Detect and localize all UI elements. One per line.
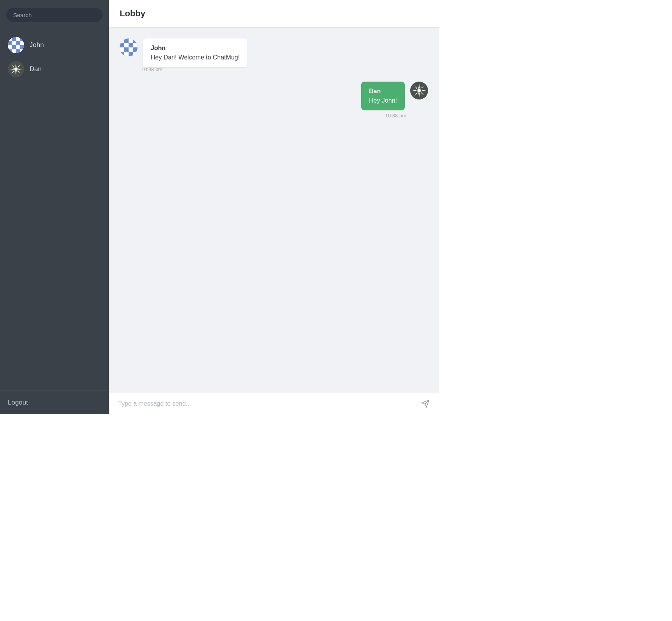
svg-rect-9 [20,49,24,54]
search-container [0,0,109,30]
john-avatar-icon [8,37,24,53]
dan-msg-text: Hey John! [369,97,397,104]
dan-avatar-icon [8,61,24,77]
message-john: John Hey Dan! Welcome to ChatMug! 10:38 … [120,38,428,72]
svg-rect-4 [12,41,16,45]
dan-name: Dan [30,65,42,73]
message-dan: Dan Hey John! [120,82,428,119]
dan-msg-time: 10:38 pm [385,113,406,119]
john-msg-sender: John [151,45,240,52]
svg-point-41 [418,89,421,92]
messages-area: John Hey Dan! Welcome to ChatMug! 10:38 … [109,28,439,393]
chat-avatar-john [120,38,138,56]
svg-rect-28 [129,47,133,52]
john-msg-text: Hey Dan! Welcome to ChatMug! [151,54,240,61]
svg-point-20 [14,68,17,71]
dan-msg-sender: Dan [369,88,397,95]
svg-rect-8 [12,49,16,54]
logout-button[interactable]: Logout [8,399,28,406]
john-msg-time: 10:38 pm [141,66,162,72]
user-list: John [0,30,109,391]
john-name: John [30,41,44,49]
main-chat: Lobby [109,0,439,414]
sidebar-footer: Logout [0,391,109,414]
sidebar-item-dan[interactable]: Dan [0,57,109,81]
send-button[interactable] [421,399,430,408]
svg-rect-2 [8,37,12,41]
input-area [109,393,439,414]
svg-rect-26 [133,43,138,48]
chat-avatar-dan [410,82,428,99]
svg-rect-23 [120,38,124,43]
svg-rect-29 [124,52,129,57]
svg-rect-7 [16,45,20,49]
svg-rect-5 [20,41,24,45]
dan-bubble: Dan Hey John! [361,82,405,110]
send-icon [421,399,430,408]
chat-title: Lobby [120,9,428,19]
john-bubble: John Hey Dan! Welcome to ChatMug! [143,38,247,67]
svg-rect-30 [133,52,138,57]
svg-rect-24 [129,38,133,43]
message-input[interactable] [118,400,416,407]
sidebar: John [0,0,109,414]
svg-rect-3 [16,37,20,41]
avatar-john [8,37,24,53]
search-input[interactable] [6,8,103,22]
svg-rect-27 [120,47,124,52]
svg-rect-6 [8,45,12,49]
avatar-dan [8,61,24,77]
svg-rect-25 [124,43,129,48]
chat-header: Lobby [109,0,439,28]
sidebar-item-john[interactable]: John [0,33,109,57]
